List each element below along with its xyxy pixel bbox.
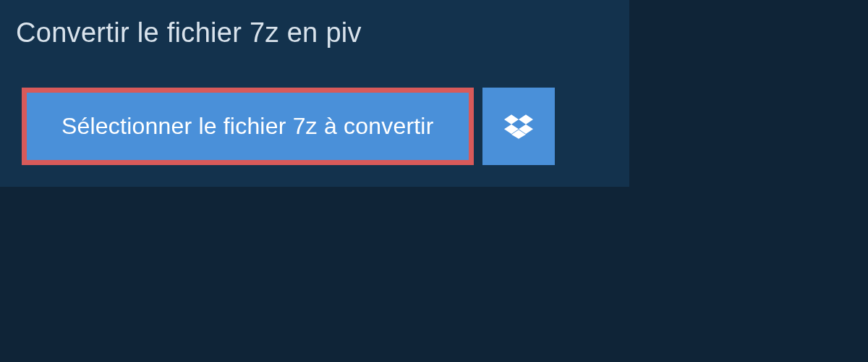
page-title: Convertir le fichier 7z en piv bbox=[16, 17, 362, 49]
dropbox-icon bbox=[504, 112, 533, 141]
converter-panel: Convertir le fichier 7z en piv Sélection… bbox=[0, 0, 629, 187]
select-file-label: Sélectionner le fichier 7z à convertir bbox=[61, 113, 434, 140]
dropbox-button[interactable] bbox=[482, 88, 555, 165]
select-file-button[interactable]: Sélectionner le fichier 7z à convertir bbox=[22, 88, 474, 165]
button-row: Sélectionner le fichier 7z à convertir bbox=[0, 66, 629, 165]
heading-wrapper: Convertir le fichier 7z en piv bbox=[0, 0, 383, 66]
